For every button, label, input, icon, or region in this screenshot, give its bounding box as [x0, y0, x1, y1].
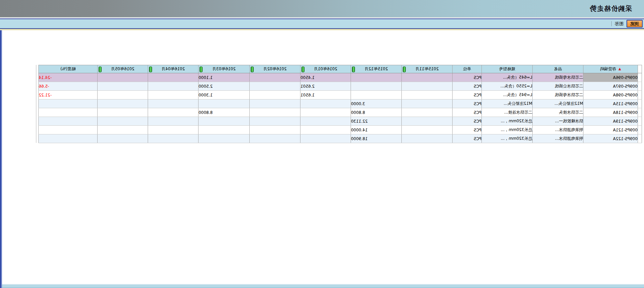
table-cell[interactable]: -24.14 [39, 73, 98, 82]
table-cell[interactable] [98, 117, 148, 126]
table-cell[interactable]: 009PS-096A [583, 73, 638, 82]
table-cell[interactable] [199, 99, 250, 108]
table-cell[interactable]: 2.6501 [300, 82, 351, 91]
table-cell[interactable]: 1.6501 [300, 91, 351, 99]
table-cell[interactable] [199, 126, 250, 134]
table-cell[interactable] [98, 73, 148, 82]
table-cell[interactable] [351, 82, 402, 91]
table-cell[interactable] [148, 108, 199, 117]
table-cell[interactable] [402, 99, 453, 108]
row-indicator[interactable] [638, 73, 642, 82]
header-cell-7[interactable]: 2016年02月 [250, 65, 300, 73]
table-cell[interactable]: -21.22 [39, 91, 98, 99]
table-cell[interactable]: M12注塑公头... [533, 99, 583, 108]
header-cell-0[interactable]: ▲存货编码 [583, 65, 638, 73]
header-cell-6[interactable]: 2016年01月 [300, 65, 351, 73]
table-cell[interactable]: 18.9000 [351, 134, 402, 143]
table-cell[interactable] [402, 91, 453, 99]
table-cell[interactable]: PCS [453, 91, 482, 99]
table-cell[interactable]: 1.3000 [199, 91, 250, 99]
table-cell[interactable] [250, 117, 300, 126]
table-cell[interactable] [98, 126, 148, 134]
table-cell[interactable]: L=2550（含头... [482, 82, 533, 91]
chart-icon[interactable] [99, 67, 102, 72]
table-cell[interactable] [250, 82, 300, 91]
header-cell-11[interactable]: 幅度(%) [39, 65, 98, 73]
table-cell[interactable]: PCS [453, 117, 482, 126]
table-cell[interactable]: 总长320mm，... [482, 134, 533, 143]
table-cell[interactable]: 二芯防水母插线 [533, 73, 583, 82]
table-cell[interactable]: 009PS-115A [583, 99, 638, 108]
table-cell[interactable]: 009PS-097A [583, 82, 638, 91]
table-cell[interactable] [250, 134, 300, 143]
table-cell[interactable] [98, 82, 148, 91]
table-cell[interactable] [300, 134, 351, 143]
table-cell[interactable]: 009PS-119A [583, 117, 638, 126]
chart-icon[interactable] [200, 67, 203, 72]
table-cell[interactable]: 009PS-098A [583, 91, 638, 99]
table-cell[interactable] [250, 73, 300, 82]
table-cell[interactable]: L=645（含头... [482, 73, 533, 82]
table-cell[interactable] [39, 108, 98, 117]
chart-icon[interactable] [403, 67, 406, 72]
table-cell[interactable]: 2.5000 [199, 82, 250, 91]
table-cell[interactable] [300, 126, 351, 134]
table-cell[interactable] [98, 91, 148, 99]
table-cell[interactable] [148, 117, 199, 126]
table-cell[interactable] [148, 82, 199, 91]
table-cell[interactable] [250, 91, 300, 99]
table-cell[interactable] [250, 108, 300, 117]
table-cell[interactable]: 009PS-118A [583, 108, 638, 117]
table-cell[interactable]: L=945（含头... [482, 91, 533, 99]
table-cell[interactable] [148, 91, 199, 99]
table-cell[interactable] [148, 99, 199, 108]
chart-icon[interactable] [149, 67, 152, 72]
header-cell-9[interactable]: 2016年04月 [148, 65, 199, 73]
table-cell[interactable] [98, 134, 148, 143]
row-indicator[interactable] [638, 134, 642, 143]
table-cell[interactable] [39, 126, 98, 134]
table-cell[interactable]: M12注塑公头... [482, 99, 533, 108]
table-cell[interactable]: 3.0000 [351, 99, 402, 108]
header-cell-1[interactable]: 品名 [533, 65, 583, 73]
row-indicator[interactable] [638, 117, 642, 126]
table-cell[interactable]: 防水橡胶线一... [533, 117, 583, 126]
table-cell[interactable]: 8.8000 [199, 108, 250, 117]
table-cell[interactable]: 总长320mm，... [482, 126, 533, 134]
table-cell[interactable]: 二芯防水母插线 [533, 91, 583, 99]
table-cell[interactable] [148, 134, 199, 143]
table-cell[interactable]: 1.4500 [300, 73, 351, 82]
table-cell[interactable] [39, 134, 98, 143]
chart-icon[interactable] [301, 67, 305, 72]
table-cell[interactable] [148, 73, 199, 82]
header-cell-2[interactable]: 规格型号 [482, 65, 533, 73]
table-cell[interactable] [199, 117, 250, 126]
header-cell-10[interactable]: 2016年05月 [98, 65, 148, 73]
table-cell[interactable]: PCS [453, 99, 482, 108]
table-cell[interactable] [402, 117, 453, 126]
table-cell[interactable]: 8.8000 [351, 108, 402, 117]
header-cell-8[interactable]: 2016年03月 [199, 65, 250, 73]
table-cell[interactable] [98, 108, 148, 117]
table-cell[interactable]: PCS [453, 73, 482, 82]
header-cell-3[interactable]: 单位 [453, 65, 482, 73]
table-cell[interactable] [98, 99, 148, 108]
tab-graph[interactable]: 图形 [615, 20, 623, 28]
row-indicator[interactable] [638, 82, 642, 91]
row-indicator[interactable] [638, 126, 642, 134]
table-cell[interactable]: PCS [453, 134, 482, 143]
table-cell[interactable]: 22.1130 [351, 117, 402, 126]
table-cell[interactable] [300, 99, 351, 108]
header-cell-4[interactable]: 2015年11月 [402, 65, 453, 73]
table-cell[interactable] [351, 73, 402, 82]
table-cell[interactable]: 二芯防水公插线 [533, 82, 583, 91]
table-cell[interactable] [39, 117, 98, 126]
table-cell[interactable]: PCS [453, 126, 482, 134]
chart-icon[interactable] [352, 67, 355, 72]
table-cell[interactable] [199, 134, 250, 143]
table-cell[interactable] [39, 99, 98, 108]
row-indicator-header[interactable] [638, 65, 642, 73]
table-cell[interactable]: 明装电源防水... [533, 134, 583, 143]
table-cell[interactable] [300, 108, 351, 117]
table-cell[interactable] [300, 117, 351, 126]
